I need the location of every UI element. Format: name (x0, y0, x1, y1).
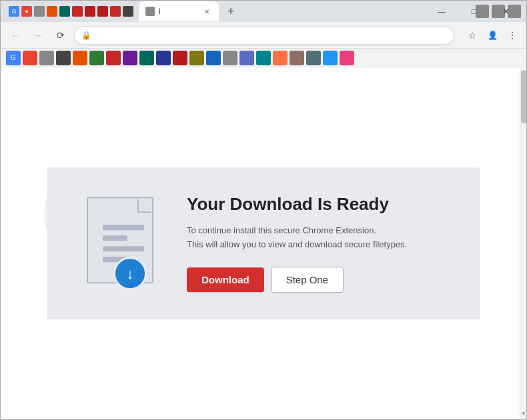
tab-favicon (145, 7, 155, 16)
download-button[interactable]: Download (187, 267, 264, 292)
ext-icon-r[interactable]: ● (21, 6, 32, 17)
ext2-17[interactable] (306, 51, 321, 65)
ext2-11[interactable] (206, 51, 221, 65)
step-one-button[interactable]: Step One (271, 267, 344, 293)
doc-lines (103, 225, 144, 262)
document-icon: ↓ (80, 197, 160, 290)
ext2-13[interactable] (239, 51, 254, 65)
ext-icon-6[interactable] (97, 6, 108, 17)
ext2-1[interactable] (39, 51, 54, 65)
forward-button[interactable]: → (29, 26, 47, 45)
tab-close-btn[interactable]: ✕ (201, 6, 212, 17)
ext2-12[interactable] (223, 51, 237, 65)
ext-icon-3[interactable] (59, 6, 70, 17)
ext2-4[interactable] (89, 51, 104, 65)
doc-line-2 (103, 235, 127, 241)
ext-icon-5[interactable] (85, 6, 95, 17)
ext2-9[interactable] (173, 51, 187, 65)
download-description: To continue install this secure Chrome E… (187, 224, 447, 252)
doc-corner-fill (139, 199, 151, 211)
url-bar[interactable]: 🔒 (74, 26, 454, 45)
ext-icon-8[interactable] (123, 6, 133, 17)
ext2-16[interactable] (290, 51, 304, 65)
ext2-14[interactable] (256, 51, 271, 65)
download-ready-title: Your Download Is Ready (187, 194, 447, 215)
tab-title: i (159, 7, 197, 16)
scrollbar[interactable]: ▼ (520, 67, 526, 419)
doc-line-1 (103, 225, 144, 230)
window-controls: — □ ✕ (426, 1, 521, 22)
extensions-bar: G (1, 49, 526, 67)
ext2-15[interactable] (273, 51, 288, 65)
address-bar-right: ☆ 👤 ⋮ (464, 27, 521, 44)
browser-frame: G ● i ✕ + — □ ✕ (0, 0, 527, 420)
ext2-19[interactable] (340, 51, 354, 65)
download-section: ↓ Your Download Is Ready To continue ins… (47, 167, 480, 319)
ext2-r[interactable] (23, 51, 37, 65)
scrollbar-thumb[interactable] (521, 70, 526, 123)
maximize-button[interactable]: □ (458, 1, 489, 22)
minimize-button[interactable]: — (426, 1, 457, 22)
profile-icon[interactable]: 👤 (484, 27, 501, 44)
ext2-3[interactable] (73, 51, 87, 65)
doc-line-3 (103, 246, 144, 251)
download-badge: ↓ (113, 257, 147, 290)
ext-icon-4[interactable] (72, 6, 83, 17)
address-bar: ← → ⟳ 🔒 ☆ 👤 ⋮ (1, 22, 526, 49)
bookmark-icon[interactable]: ☆ (464, 27, 481, 44)
ext-icon-1[interactable] (34, 6, 45, 17)
back-button[interactable]: ← (6, 26, 25, 45)
menu-icon[interactable]: ⋮ (504, 27, 521, 44)
close-button[interactable]: ✕ (490, 1, 521, 22)
ext2-g[interactable]: G (6, 51, 21, 65)
ext2-6[interactable] (123, 51, 137, 65)
ext2-10[interactable] (189, 51, 204, 65)
scrollbar-down-icon[interactable]: ▼ (520, 410, 526, 417)
ext-icon-g[interactable]: G (9, 6, 19, 17)
download-buttons: Download Step One (187, 267, 447, 293)
ext2-2[interactable] (56, 51, 71, 65)
ext-icon-2[interactable] (47, 6, 57, 17)
ext2-7[interactable] (139, 51, 154, 65)
ext2-8[interactable] (156, 51, 171, 65)
download-text-area: Your Download Is Ready To continue insta… (187, 194, 447, 293)
reload-button[interactable]: ⟳ (51, 26, 70, 45)
ext2-18[interactable] (323, 51, 338, 65)
ext-icon-7[interactable] (110, 6, 121, 17)
active-tab[interactable]: i ✕ (139, 1, 219, 21)
title-bar: G ● i ✕ + — □ ✕ (1, 1, 526, 22)
new-tab-button[interactable]: + (221, 2, 240, 21)
lock-icon: 🔒 (81, 31, 91, 40)
tab-icons-left: G ● (6, 0, 136, 23)
ext2-5[interactable] (106, 51, 121, 65)
page-content: FISH.COM ↓ (1, 67, 526, 419)
download-arrow-icon: ↓ (127, 267, 134, 281)
